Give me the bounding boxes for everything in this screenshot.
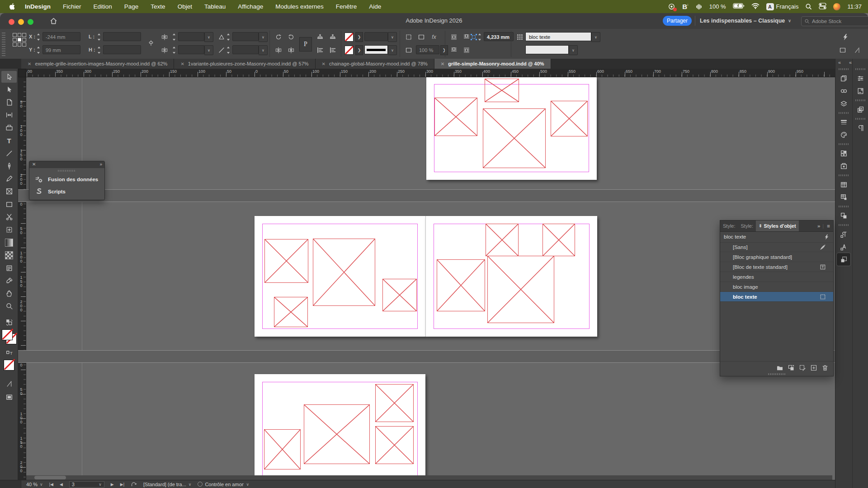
- stepper[interactable]: [172, 45, 177, 55]
- document-tab[interactable]: ✕grille-simple-Masonry-mood.indd @ 40%: [434, 59, 551, 69]
- dropdown-arrow[interactable]: ∨: [204, 45, 213, 55]
- menu-indesign[interactable]: InDesign: [25, 3, 51, 10]
- flip-horizontal-icon[interactable]: [159, 32, 170, 42]
- panel-group-drag-handle[interactable]: [839, 206, 849, 207]
- quick-apply-lightning-icon[interactable]: [840, 32, 851, 42]
- gradient-feather-tool[interactable]: [1, 249, 17, 261]
- shear-icon[interactable]: [216, 32, 227, 42]
- create-new-style-icon[interactable]: [810, 364, 817, 371]
- preset-dropdown[interactable]: [Standard] (de tra...∨: [143, 482, 191, 487]
- preflight-status[interactable]: Contrôle en amont∨: [198, 482, 249, 487]
- pencil-tool[interactable]: [1, 173, 17, 185]
- menu-affichage[interactable]: Affichage: [238, 3, 263, 10]
- stepper[interactable]: [36, 32, 41, 42]
- dropdown-arrow[interactable]: ∨: [204, 32, 213, 42]
- ruler-origin-box[interactable]: [18, 69, 26, 77]
- empty-graphic-frame[interactable]: [375, 384, 414, 422]
- x-position-field[interactable]: -244 mm: [42, 32, 80, 41]
- first-page-button[interactable]: |◀: [49, 482, 53, 487]
- page-number-field[interactable]: 3∨: [69, 481, 104, 488]
- panel-extra-1-icon[interactable]: [837, 45, 848, 55]
- empty-graphic-frame[interactable]: [264, 429, 301, 469]
- close-tab-icon[interactable]: ✕: [180, 61, 184, 66]
- scissors-tool[interactable]: [1, 211, 17, 223]
- height-field[interactable]: [103, 45, 141, 54]
- dropdown-arrow[interactable]: ∨: [259, 32, 268, 42]
- close-tab-icon[interactable]: ✕: [441, 61, 444, 66]
- stepper[interactable]: [97, 45, 102, 55]
- empty-graphic-frame[interactable]: [304, 404, 370, 464]
- scale-x-field[interactable]: [178, 32, 204, 41]
- input-source[interactable]: A Français: [766, 3, 799, 10]
- reference-point-proxy[interactable]: [13, 33, 26, 47]
- stroke-swatch[interactable]: [344, 46, 354, 55]
- empty-graphic-frame[interactable]: [434, 98, 477, 136]
- spotlight-search-icon[interactable]: [805, 3, 812, 10]
- object-style-row[interactable]: bloc texte: [720, 292, 833, 302]
- panel-extra-2-icon[interactable]: [852, 45, 863, 55]
- panel-icon-stroke[interactable]: [837, 116, 850, 128]
- rotate-ccw-icon[interactable]: [286, 32, 297, 42]
- y-position-field[interactable]: 99 mm: [42, 45, 80, 54]
- panel-group-drag-handle[interactable]: [839, 174, 849, 176]
- swatch-flyout-arrow[interactable]: ❯: [355, 32, 363, 42]
- document-tab[interactable]: ✕chainage-global-Masonry-mood.indd @ 78%: [316, 59, 434, 69]
- workspace-switcher[interactable]: Les indispensables – Classique∨: [700, 18, 791, 24]
- panel-icon-table[interactable]: [837, 178, 850, 191]
- stepper[interactable]: [226, 45, 231, 55]
- stroke-weight-icon[interactable]: [403, 45, 414, 55]
- new-style-from-selection-icon[interactable]: [788, 364, 795, 371]
- object-style-row[interactable]: [Sans]: [720, 242, 833, 252]
- empty-graphic-frame[interactable]: [487, 256, 554, 323]
- panel-group-drag-handle[interactable]: [839, 143, 849, 145]
- free-transform-tool[interactable]: [1, 224, 17, 235]
- panel-icon-links[interactable]: [837, 84, 850, 97]
- document-tab[interactable]: ✕exemple-grille-insertion-images-Masonry…: [21, 59, 174, 69]
- menu-page[interactable]: Page: [124, 3, 139, 10]
- empty-graphic-frame[interactable]: [264, 239, 308, 283]
- flip-both-icon[interactable]: [273, 45, 284, 55]
- apply-none-swatch[interactable]: [4, 360, 14, 371]
- note-tool[interactable]: [1, 262, 17, 274]
- content-collector-tool[interactable]: [1, 122, 17, 134]
- swatch-flyout-arrow[interactable]: ❯: [440, 45, 448, 55]
- view-options-icon[interactable]: [1, 378, 17, 389]
- object-style-row[interactable]: [Bloc graphique standard]: [720, 252, 833, 262]
- panel-icon-color[interactable]: [837, 128, 850, 141]
- stepper[interactable]: [172, 32, 177, 42]
- floating-panel-header[interactable]: ✕ »: [29, 161, 104, 168]
- dropdown-arrow[interactable]: ∨: [259, 45, 268, 55]
- corner-shape-icon[interactable]: [416, 32, 427, 42]
- object-style-row[interactable]: bloc image: [720, 282, 833, 292]
- wrap-around-bounding-box-icon[interactable]: [448, 32, 459, 42]
- empty-graphic-frame[interactable]: [486, 224, 519, 256]
- align-left-icon[interactable]: [315, 45, 326, 55]
- panel-icon-libraries[interactable]: [837, 160, 850, 172]
- select-content-icon[interactable]: [315, 32, 326, 42]
- shear-field[interactable]: [232, 45, 259, 54]
- flip-axis-icon[interactable]: [286, 45, 297, 55]
- object-style-row[interactable]: [Bloc de texte standard]: [720, 262, 833, 272]
- panel-group-drag-handle[interactable]: [855, 68, 865, 70]
- next-page-button[interactable]: ▶: [111, 482, 114, 487]
- object-style-dropdown[interactable]: bloc texte: [525, 32, 591, 41]
- panel-group-drag-handle[interactable]: [855, 99, 865, 101]
- stepper[interactable]: [36, 45, 41, 55]
- panel-group-drag-handle[interactable]: [839, 68, 849, 70]
- panel-resize-handle[interactable]: [768, 373, 786, 375]
- shear-alt-icon[interactable]: [216, 45, 227, 55]
- menu-fenêtre[interactable]: Fenêtre: [336, 3, 357, 10]
- panel-tab-object-styles[interactable]: ⇕Styles d'objet: [756, 221, 799, 231]
- expand-icon[interactable]: »: [99, 162, 102, 167]
- dropdown-arrow[interactable]: ∨: [569, 45, 578, 55]
- selection-tool[interactable]: [1, 71, 17, 83]
- formatting-affects-container-icon[interactable]: T: [1, 347, 17, 359]
- paragraph-style-dropdown[interactable]: [525, 45, 569, 54]
- panel-tab-truncated[interactable]: Style:: [738, 221, 756, 231]
- panel-group-drag-handle[interactable]: [855, 118, 865, 120]
- frame-tool[interactable]: [1, 186, 17, 197]
- align-center-icon[interactable]: [327, 45, 338, 55]
- screen-mode-icon[interactable]: [1, 391, 17, 403]
- stepper[interactable]: [226, 32, 231, 42]
- last-page-button[interactable]: ▶|: [120, 482, 124, 487]
